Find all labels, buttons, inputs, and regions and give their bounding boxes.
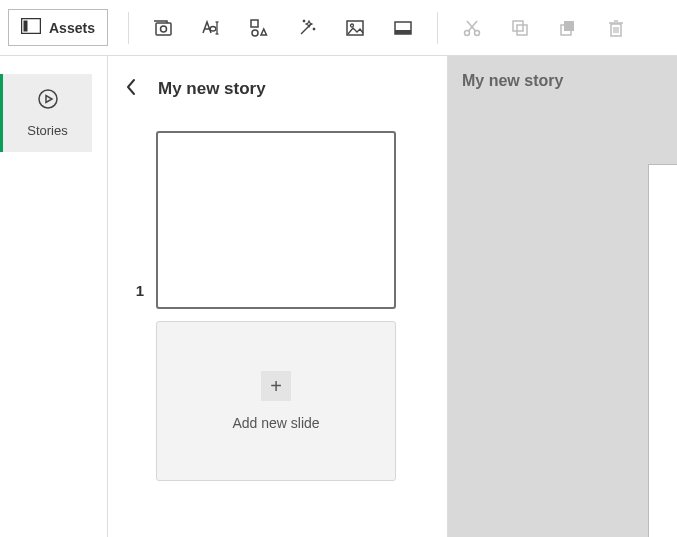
story-title: My new story — [158, 79, 266, 99]
svg-rect-24 — [517, 25, 527, 35]
svg-marker-34 — [46, 96, 52, 103]
sidebar-item-stories[interactable]: Stories — [0, 74, 92, 152]
paste-icon — [550, 10, 586, 46]
svg-rect-2 — [156, 23, 171, 35]
svg-point-16 — [350, 24, 353, 27]
delete-icon — [598, 10, 634, 46]
slide-thumbnail[interactable] — [156, 131, 396, 309]
svg-point-9 — [252, 30, 258, 36]
svg-line-22 — [467, 21, 476, 31]
sidebar: Stories — [0, 56, 108, 537]
divider — [437, 12, 438, 44]
slide-row: 1 — [132, 131, 435, 309]
assets-button[interactable]: Assets — [8, 9, 108, 46]
cut-icon — [454, 10, 490, 46]
svg-point-3 — [160, 26, 166, 32]
divider — [128, 12, 129, 44]
chevron-left-icon — [124, 78, 138, 99]
panel-header: My new story — [120, 74, 435, 103]
preview-area: My new story — [448, 56, 677, 537]
copy-icon — [502, 10, 538, 46]
plus-icon: + — [261, 371, 291, 401]
svg-marker-8 — [261, 29, 267, 35]
add-slide-label: Add new slide — [232, 415, 319, 431]
svg-rect-1 — [24, 21, 28, 32]
svg-point-19 — [464, 30, 469, 35]
main: Stories My new story 1 + Add new slide M… — [0, 56, 677, 537]
preview-canvas[interactable] — [648, 164, 677, 537]
svg-rect-25 — [564, 21, 574, 31]
media-icon[interactable] — [337, 10, 373, 46]
sidebar-item-label: Stories — [27, 123, 67, 138]
panel-icon — [21, 18, 41, 37]
add-slide-button[interactable]: + Add new slide — [156, 321, 396, 481]
preview-title: My new story — [462, 72, 663, 90]
slide-number: 1 — [132, 282, 144, 309]
svg-rect-23 — [513, 21, 523, 31]
snapshot-library-icon[interactable] — [145, 10, 181, 46]
effects-icon[interactable] — [289, 10, 325, 46]
svg-line-21 — [468, 21, 477, 31]
slides-panel: My new story 1 + Add new slide — [108, 56, 448, 537]
svg-point-20 — [474, 30, 479, 35]
svg-rect-7 — [251, 20, 258, 27]
assets-label: Assets — [49, 20, 95, 36]
back-button[interactable] — [120, 74, 142, 103]
shapes-icon[interactable] — [241, 10, 277, 46]
toolbar: Assets — [0, 0, 677, 56]
play-circle-icon — [37, 88, 59, 113]
sheet-icon[interactable] — [385, 10, 421, 46]
text-icon[interactable] — [193, 10, 229, 46]
svg-point-33 — [39, 90, 57, 108]
svg-rect-18 — [395, 30, 411, 34]
